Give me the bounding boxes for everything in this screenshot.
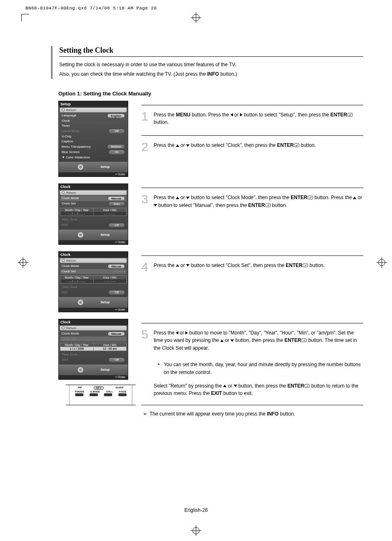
svg-rect-22 <box>303 264 308 267</box>
row-2: Clock Return Clock ModeManual Clock SetA… <box>51 183 363 245</box>
menu-row: Time Zone <box>60 217 127 222</box>
svg-rect-15 <box>294 144 299 147</box>
down-arrow-icon <box>234 385 237 387</box>
menu-row[interactable]: Clock Set <box>60 337 127 341</box>
step-1: 1 Press the MENU button. Press the or bu… <box>141 110 363 126</box>
down-arrow-icon <box>154 204 157 207</box>
up-arrow-icon <box>176 264 179 267</box>
remote-button[interactable] <box>75 393 83 396</box>
menu-row[interactable]: Clock SetAuto <box>60 201 127 207</box>
menu-row[interactable]: V-Chip <box>60 134 127 139</box>
divider <box>141 323 363 323</box>
menu-title: Clock <box>59 319 128 325</box>
menu-row[interactable]: Clock ModeManual <box>60 196 127 201</box>
registration-mark-bottom <box>191 525 201 536</box>
crop-mark-left <box>18 257 28 268</box>
menu-row[interactable]: Timer <box>60 123 127 128</box>
menu-return[interactable]: Return <box>60 326 127 330</box>
print-header: BN68-01047F-00Eng.qxd 7/14/06 5:16 AM Pa… <box>25 6 157 11</box>
enter-icon <box>347 111 353 116</box>
menu-title: Clock <box>59 184 128 190</box>
menu-enter-hint: ⏎ Enter <box>59 172 128 176</box>
menu-row[interactable]: Blue ScreenOn <box>60 149 127 155</box>
menu-row[interactable]: Clock ModeManual <box>60 331 127 337</box>
enter-icon <box>294 142 300 146</box>
row-3: Clock Return Clock ModeManual Clock Set-… <box>51 251 363 312</box>
gear-icon <box>77 299 84 306</box>
divider <box>141 105 363 105</box>
menu-row[interactable]: Clock ModeManual <box>60 264 127 269</box>
gear-icon <box>77 231 84 239</box>
menu-footer: Setup <box>59 162 128 172</box>
up-arrow-icon <box>176 144 179 147</box>
menu-row[interactable]: Clock Set- - : - - - - <box>60 269 127 274</box>
menu-return[interactable]: Return <box>60 108 127 112</box>
menu-return[interactable]: Return <box>60 190 127 195</box>
final-note: ➢ The current time will appear every tim… <box>143 410 363 418</box>
menu-row: Time Zone <box>60 352 127 357</box>
remote-info-button[interactable]: INFO <box>94 386 104 390</box>
remote-label: SLEEP <box>115 386 124 390</box>
menu-row[interactable]: Menu TransparencyMedium <box>60 144 127 149</box>
step-number: 2 <box>141 141 150 153</box>
menu-row: DSTOff <box>60 290 127 295</box>
menu-footer: Setup <box>59 297 128 308</box>
clock-table: Month / Day / YearHour / Min - - / - - /… <box>60 208 127 216</box>
gear-icon <box>77 163 84 171</box>
up-arrow-icon <box>220 339 224 342</box>
enter-icon <box>301 337 307 341</box>
page-content: Setting the Clock Setting the clock is n… <box>51 46 363 424</box>
menu-title: Setup <box>59 101 128 107</box>
enter-icon <box>265 202 271 206</box>
tv-menu-setup: Setup Return LanguageEnglish Clock Timer… <box>58 101 128 177</box>
menu-row[interactable]: Clock <box>60 118 127 123</box>
menu-row[interactable]: Caption <box>60 139 127 144</box>
page-number: English-28 <box>184 507 208 513</box>
remote-label: P.MODE <box>75 390 84 393</box>
clock-table: Month / Day / YearHour / Min - - / - - /… <box>60 275 127 283</box>
tv-menu-clock-mode: Clock Return Clock ModeManual Clock SetA… <box>58 183 128 245</box>
remote-button[interactable] <box>104 393 112 396</box>
note-block: •You can set the month, day, year, hour … <box>154 361 363 397</box>
intro-line-2: Also, you can check the time while watch… <box>59 70 363 79</box>
enter-icon <box>304 383 310 387</box>
svg-point-21 <box>79 301 82 304</box>
menu-row: Time Zone <box>60 285 127 290</box>
up-arrow-icon <box>176 197 179 199</box>
menu-row: DSTOff <box>60 223 127 228</box>
divider <box>141 405 363 405</box>
svg-rect-19 <box>265 204 270 207</box>
step-number: 5 <box>141 328 150 341</box>
remote-label: STILL <box>106 390 113 393</box>
remote-label: PIP <box>78 386 82 390</box>
menu-row[interactable]: Game ModeOff <box>60 128 127 134</box>
clock-table: Month / Day / YearHour / Min 1 / 1 / 200… <box>60 343 127 351</box>
divider <box>141 135 363 136</box>
remote-control: PIP INFO SLEEP P.MODE S.MODE STILL P.SIZ… <box>66 385 136 405</box>
menu-return[interactable]: Return <box>60 258 127 263</box>
menu-row[interactable]: LanguageEnglish <box>60 113 127 118</box>
note-marker-icon: ➢ <box>143 410 147 418</box>
step-4: 4 Press the or button to select "Clock S… <box>141 261 363 273</box>
menu-enter-hint: ⏎ Enter <box>59 308 128 312</box>
svg-point-24 <box>79 369 82 371</box>
menu-row[interactable]: ▼ Color Weakness <box>60 155 127 160</box>
remote-button[interactable] <box>90 393 98 396</box>
menu-enter-hint: ⏎ Enter <box>59 240 128 244</box>
menu-row: DSTOff <box>60 357 127 362</box>
enter-icon <box>307 194 313 198</box>
tv-menu-clock-filled: Clock Return Clock ModeManual Clock Set … <box>58 319 128 380</box>
menu-footer: Setup <box>59 230 128 240</box>
option-heading: Option 1: Setting the Clock Manually <box>58 91 363 97</box>
step-3: 3 Press the or button to select "Clock M… <box>141 193 363 209</box>
remote-button[interactable] <box>118 393 127 396</box>
menu-enter-hint: ⏎ Enter <box>59 375 128 379</box>
step-number: 4 <box>141 261 150 273</box>
registration-mark-top <box>191 12 201 23</box>
intro-line-1: Setting the clock is necessary in order … <box>59 60 363 70</box>
svg-point-13 <box>79 166 82 168</box>
row-4: Clock Return Clock ModeManual Clock Set … <box>51 319 363 418</box>
menu-footer: Setup <box>59 365 128 375</box>
note-bullet-text: You can set the month, day, year, hour a… <box>164 361 363 376</box>
svg-point-17 <box>79 234 82 236</box>
